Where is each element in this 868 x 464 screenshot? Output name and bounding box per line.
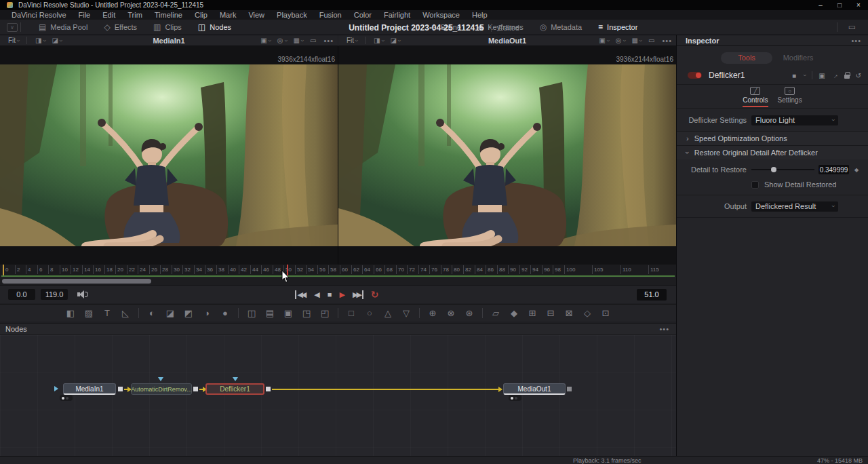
transport-button-go-to-end[interactable]: ▶▶	[353, 290, 363, 299]
close-button[interactable]: ×	[849, 0, 868, 10]
current-frame-field[interactable]: 51.0	[637, 289, 667, 301]
menu-item[interactable]: Playback	[271, 10, 313, 20]
fusion-tool-color-corrector[interactable]: ◐	[146, 308, 157, 318]
fusion-tool-sep-1[interactable]	[138, 308, 139, 318]
maximize-button[interactable]: □	[830, 0, 849, 10]
menu-item[interactable]: Mark	[214, 10, 242, 20]
output-dropdown[interactable]: Deflickered Result ›	[751, 201, 838, 212]
menu-item[interactable]: Trim	[121, 10, 149, 20]
tab-modifiers[interactable]: Modifiers	[772, 52, 824, 64]
fusion-tool-channel-booleans[interactable]: ▤	[264, 308, 275, 318]
node-graph-canvas[interactable]: MediaIn1 AutomaticDirtRemov... Deflicker…	[0, 335, 676, 456]
toolbar-button-inspector[interactable]: ≡ Inspector	[590, 20, 646, 35]
connector-dot[interactable]	[118, 387, 123, 391]
fusion-tool-text-plus[interactable]: T	[102, 308, 113, 318]
viewer-icon-frame-format[interactable]: ▭›	[648, 37, 654, 44]
right-viewer[interactable]: 3936x2144xfloat16	[338, 46, 676, 265]
timeline-scrollbar-track[interactable]	[0, 278, 676, 285]
toolbar-button-metadata[interactable]: ◎ Metadata	[532, 20, 590, 35]
menu-item[interactable]: Edit	[96, 10, 121, 20]
menu-item[interactable]: Fairlight	[378, 10, 416, 20]
menu-item[interactable]: Timeline	[149, 10, 189, 20]
section-restore-detail[interactable]: › Restore Original Detail After Deflicke…	[677, 146, 868, 159]
fusion-tool-merge-3d[interactable]: ⊟	[545, 308, 556, 318]
transport-button-stop[interactable]: ■	[328, 290, 332, 298]
copy-settings-icon[interactable]: ▣	[818, 72, 825, 79]
subtab-controls[interactable]: ╱ Controls	[743, 87, 768, 107]
fusion-tool-sep-5[interactable]	[482, 308, 483, 318]
fusion-tool-color-curves[interactable]: ◪	[165, 308, 176, 318]
node-enable-toggle[interactable]	[688, 72, 702, 79]
transport-button-play-forward[interactable]: ▶	[339, 290, 344, 299]
transport-button-go-to-start[interactable]: ◀◀	[295, 290, 307, 299]
node-deflicker1[interactable]: Deflicker1	[205, 383, 264, 395]
deflicker-settings-dropdown[interactable]: Fluoro Light ›	[751, 115, 838, 125]
chevron-down-icon[interactable]: ›	[802, 75, 808, 77]
toolbar-button-effects[interactable]: ◇ Effects	[96, 20, 145, 35]
menu-item[interactable]: Color	[348, 10, 378, 20]
detail-to-restore-value[interactable]: 0.349999	[818, 165, 849, 174]
section-speed-optimization[interactable]: › Speed Optimization Options	[677, 132, 868, 145]
lock-icon[interactable]	[844, 75, 850, 79]
fusion-tool-sep-3[interactable]	[338, 308, 338, 318]
reset-icon[interactable]: ↺	[856, 72, 861, 79]
zoom-mode-dropdown[interactable]: Fit›	[338, 37, 360, 44]
viewer-icon-buffer-select[interactable]: ◨›	[35, 37, 45, 44]
detail-to-restore-slider[interactable]	[751, 165, 814, 174]
toolbar-button-media-pool[interactable]: ▤ Media Pool	[31, 20, 96, 35]
viewer-icon-roi-grid[interactable]: ▦›	[294, 37, 303, 44]
interface-toggle-icon[interactable]: ∨	[7, 23, 18, 32]
menu-item[interactable]: Clip	[189, 10, 214, 20]
pin-icon[interactable]: →	[829, 71, 840, 81]
menu-item[interactable]: File	[73, 10, 97, 20]
viewer-icon-channel-view[interactable]: ▣›	[599, 37, 608, 44]
viewer-icon-view-layout[interactable]: ◪›	[391, 37, 400, 44]
connector-dot[interactable]	[193, 387, 198, 391]
fusion-tool-brightness-contrast[interactable]: ◑	[201, 308, 212, 318]
toolbar-button-nodes[interactable]: ◫ Nodes	[190, 20, 239, 35]
fusion-tool-hue-curves[interactable]: ◩	[183, 308, 194, 318]
left-viewer[interactable]: 3936x2144xfloat16	[0, 46, 338, 265]
viewer-icon-buffer-select[interactable]: ◨›	[374, 37, 383, 44]
viewer-icon-channel-view[interactable]: ▣›	[260, 37, 270, 44]
fusion-tool-bspline-mask[interactable]: ▽	[401, 308, 412, 318]
minimize-button[interactable]: –	[811, 0, 830, 10]
transport-button-play-reverse[interactable]: ◀	[314, 290, 319, 299]
transport-button-loop[interactable]: ↻	[371, 289, 381, 300]
menu-item[interactable]: DaVinci Resolve	[5, 10, 73, 20]
toolbar-button-clips[interactable]: ▥ Clips	[145, 20, 190, 35]
zoom-mode-dropdown[interactable]: Fit›	[0, 37, 22, 44]
connector-dot[interactable]	[567, 387, 572, 391]
clean-feed-icon[interactable]: ▭	[840, 20, 864, 35]
fusion-tool-camera-3d[interactable]: ⊠	[564, 308, 574, 318]
fusion-tool-delta-keyer[interactable]: ⊕	[427, 308, 438, 318]
fusion-tool-paint[interactable]: ◺	[120, 308, 131, 318]
viewer-options-icon[interactable]: •••	[662, 37, 672, 45]
fusion-tool-background[interactable]: ◧	[65, 308, 76, 318]
inspector-options-icon[interactable]: •••	[851, 37, 861, 45]
viewer-options-icon[interactable]: •••	[323, 37, 334, 45]
fusion-tool-ellipse-mask[interactable]: ○	[364, 308, 375, 318]
fusion-tool-polygon-mask[interactable]: △	[382, 308, 393, 318]
viewer-icon-lut-display[interactable]: ◎›	[277, 37, 287, 44]
menu-item[interactable]: Fusion	[313, 10, 348, 20]
viewer-icon-roi-grid[interactable]: ▦›	[632, 37, 642, 44]
subtab-settings[interactable]: ○ Settings	[778, 87, 802, 106]
fusion-tool-resize[interactable]: ◳	[301, 308, 312, 318]
tab-tools[interactable]: Tools	[721, 52, 772, 64]
viewer-icon-frame-format[interactable]: ▭›	[310, 37, 316, 44]
toolbar-button-spline[interactable]: ~ Spline	[423, 20, 469, 35]
fusion-tool-chroma-keyer[interactable]: ⊛	[464, 308, 475, 318]
fusion-tool-sep-2[interactable]	[238, 308, 239, 318]
viewer-icon-view-layout[interactable]: ◪›	[52, 37, 62, 44]
toolbar-button-keyframes[interactable]: ◆ Keyframes	[469, 20, 532, 35]
viewer-icon-lut-display[interactable]: ◎›	[616, 37, 625, 44]
menu-item[interactable]: Help	[466, 10, 494, 20]
slider-handle[interactable]	[771, 167, 776, 172]
keyframe-icon[interactable]: ◆	[854, 167, 859, 173]
fusion-tool-spot-light[interactable]: ◇	[582, 308, 593, 318]
nodes-options-icon[interactable]: •••	[659, 325, 669, 333]
fusion-tool-fast-noise[interactable]: ▨	[83, 308, 94, 318]
timeline-ruler[interactable]: 0246810121416182022242628303234363840424…	[0, 265, 676, 275]
node-automaticdirtremoval[interactable]: AutomaticDirtRemov...	[131, 383, 192, 395]
